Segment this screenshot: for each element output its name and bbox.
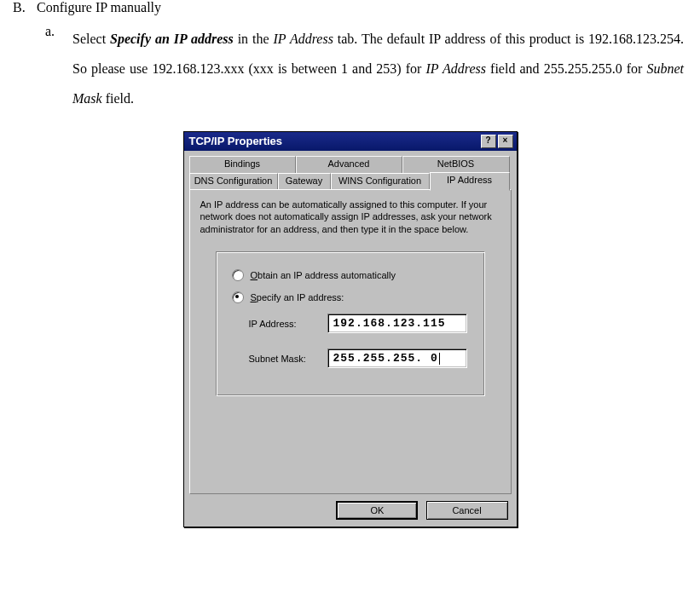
subnet-mask-label: Subnet Mask: [249,354,327,364]
help-icon[interactable]: ? [481,135,496,148]
radio-specify-row[interactable]: Specify an IP address: [232,291,474,303]
t-strong: Specify an IP address [110,32,234,46]
ip-address-value: 192.168.123.115 [333,317,446,330]
dialog-title: TCP/IP Properties [189,135,479,147]
subnet-mask-row: Subnet Mask: 255.255.255. 0 [249,348,474,368]
step-a: a. Select Specify an IP address in the I… [13,24,687,114]
t: field and 255.255.255.0 for [486,61,646,76]
tcpip-properties-dialog: TCP/IP Properties ? × BindingsAdvancedNe… [183,131,518,527]
tab-ip-address[interactable]: IP Address [430,172,510,191]
radio-obtain-label: Obtain an IP address automatically [251,270,396,280]
step-a-marker: a. [13,24,72,114]
u: S [251,292,257,302]
button-bar: OK Cancel [189,494,512,520]
tab-panel-ip: An IP address can be automatically assig… [189,189,512,494]
t: Sub [249,354,266,364]
tab-wins[interactable]: WINS Configuration [331,173,430,190]
section-b-heading: B. Configure IP manually [13,0,687,15]
tab-row-back: BindingsAdvancedNetBIOS [189,156,512,173]
tab-bindings[interactable]: Bindings [189,156,296,173]
ip-mode-group: Obtain an IP address automatically Speci… [216,251,485,396]
t: et Mask: [270,354,306,364]
t: Select [72,32,110,46]
radio-specify-label: Specify an IP address: [251,292,344,302]
tab-row-front: DNS ConfigurationGatewayWINS Configurati… [189,172,512,189]
section-b-title: Configure IP manually [37,0,161,15]
subnet-mask-input[interactable]: 255.255.255. 0 [327,348,467,368]
ip-address-input[interactable]: 192.168.123.115 [327,314,467,333]
ip-address-label: IP Address: [249,319,327,329]
cancel-button[interactable]: Cancel [426,501,508,520]
section-b-marker: B. [13,0,37,15]
t: pecify an IP address: [257,292,344,302]
titlebar[interactable]: TCP/IP Properties ? × [183,131,518,151]
t: btain an IP address automatically [257,270,396,280]
help-text: An IP address can be automatically assig… [200,199,500,237]
radio-obtain[interactable] [232,269,244,281]
subnet-mask-value: 255.255.255. 0 [333,352,438,365]
step-a-text: Select Specify an IP address in the IP A… [72,24,687,114]
t: field. [102,91,134,106]
tab-netbios[interactable]: NetBIOS [402,156,510,173]
u: O [251,270,258,280]
tab-dns[interactable]: DNS Configuration [189,173,278,190]
radio-obtain-row[interactable]: Obtain an IP address automatically [232,269,474,281]
ok-button[interactable]: OK [336,501,418,520]
tab-advanced[interactable]: Advanced [296,156,402,173]
t: in the [234,32,274,46]
close-icon[interactable]: × [498,135,513,148]
t-ital: IP Address [273,32,333,46]
ip-address-row: IP Address: 192.168.123.115 [249,314,474,333]
tab-gateway[interactable]: Gateway [278,173,331,190]
t: P Address: [252,319,297,329]
radio-specify[interactable] [232,291,244,303]
text-caret-icon [439,353,440,365]
t-ital: IP Address [425,61,486,76]
